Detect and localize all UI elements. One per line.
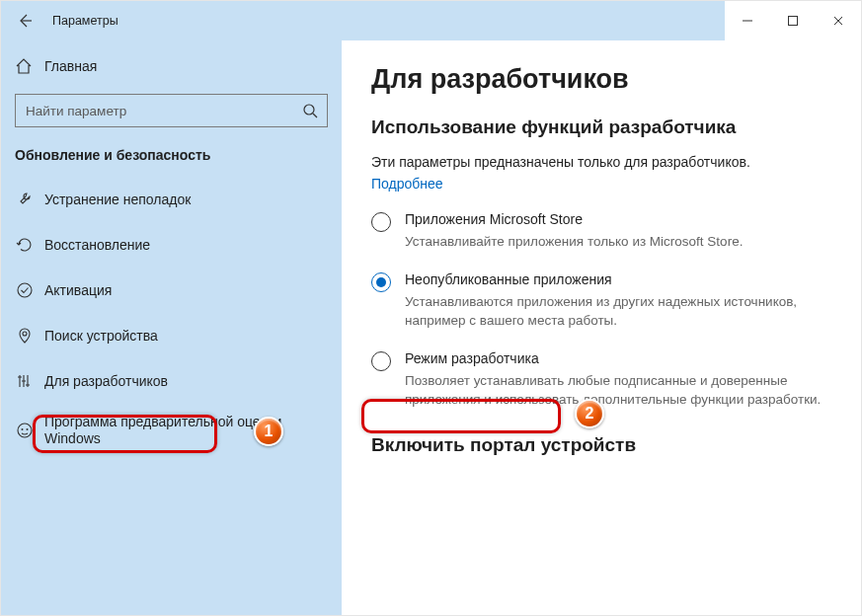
insider-icon xyxy=(15,421,35,440)
sidebar-home[interactable]: Главная xyxy=(1,44,342,88)
sidebar: Главная Обновление и безопасность Устран… xyxy=(1,40,342,616)
arrow-left-icon xyxy=(17,13,33,29)
maximize-button[interactable] xyxy=(770,1,816,40)
svg-point-4 xyxy=(18,424,32,437)
intro-text: Эти параметры предназначены только для р… xyxy=(371,154,831,170)
check-circle-icon xyxy=(15,280,35,300)
minimize-button[interactable] xyxy=(725,1,770,40)
svg-point-6 xyxy=(27,428,29,430)
close-icon xyxy=(832,15,844,27)
recovery-icon xyxy=(15,235,35,255)
radio-label: Приложения Microsoft Store xyxy=(405,211,743,227)
close-button[interactable] xyxy=(816,1,861,40)
minimize-icon xyxy=(742,15,753,27)
section-title: Использование функций разработчика xyxy=(371,116,831,138)
sidebar-item-label: Поиск устройства xyxy=(44,328,158,344)
sidebar-item-label: Для разработчиков xyxy=(44,373,168,389)
search-box[interactable] xyxy=(15,94,328,127)
wrench-icon xyxy=(15,190,35,209)
radio-sideload-apps[interactable]: Неопубликованные приложения Устанавливаю… xyxy=(371,271,831,331)
sidebar-item-insider[interactable]: Программа предварительной оценки Windows xyxy=(1,404,342,457)
svg-point-1 xyxy=(304,105,314,115)
sidebar-item-label: Активация xyxy=(44,282,112,298)
window-title: Параметры xyxy=(48,14,118,28)
sidebar-category: Обновление и безопасность xyxy=(1,137,342,177)
sidebar-nav: Устранение неполадок Восстановление Акти… xyxy=(1,177,342,457)
sidebar-item-troubleshoot[interactable]: Устранение неполадок xyxy=(1,177,342,222)
home-icon xyxy=(15,57,33,75)
sidebar-item-developers[interactable]: Для разработчиков xyxy=(1,358,342,404)
sidebar-item-find-device[interactable]: Поиск устройства xyxy=(1,313,342,358)
learn-more-link[interactable]: Подробнее xyxy=(371,176,443,192)
back-button[interactable] xyxy=(1,1,48,40)
sidebar-item-recovery[interactable]: Восстановление xyxy=(1,222,342,268)
radio-label: Неопубликованные приложения xyxy=(405,271,831,287)
search-icon xyxy=(302,103,318,118)
radio-group: Приложения Microsoft Store Устанавливайт… xyxy=(371,211,831,409)
sidebar-item-activation[interactable]: Активация xyxy=(1,268,342,313)
sidebar-item-label: Устранение неполадок xyxy=(44,192,191,207)
radio-icon xyxy=(371,212,391,232)
radio-label: Режим разработчика xyxy=(405,350,831,366)
content-pane: Для разработчиков Использование функций … xyxy=(342,40,861,616)
radio-icon xyxy=(371,351,391,371)
titlebar: Параметры xyxy=(1,1,861,40)
section-title-2: Включить портал устройств xyxy=(371,434,831,456)
svg-rect-0 xyxy=(789,17,798,26)
radio-desc: Позволяет устанавливать любые подписанны… xyxy=(405,372,831,410)
radio-store-apps[interactable]: Приложения Microsoft Store Устанавливайт… xyxy=(371,211,831,252)
radio-desc: Устанавливайте приложения только из Micr… xyxy=(405,233,743,252)
sidebar-item-label: Программа предварительной оценки Windows xyxy=(44,414,342,448)
sidebar-home-label: Главная xyxy=(44,58,97,74)
developer-icon xyxy=(15,371,35,391)
location-icon xyxy=(15,326,35,346)
svg-point-3 xyxy=(23,332,27,336)
sidebar-item-label: Восстановление xyxy=(44,237,150,253)
page-title: Для разработчиков xyxy=(371,64,831,95)
radio-desc: Устанавливаются приложения из других над… xyxy=(405,293,831,331)
maximize-icon xyxy=(787,15,799,27)
radio-icon xyxy=(371,272,391,292)
svg-point-2 xyxy=(18,283,32,297)
svg-point-5 xyxy=(22,428,24,430)
search-input[interactable] xyxy=(15,94,328,127)
radio-developer-mode[interactable]: Режим разработчика Позволяет устанавлива… xyxy=(371,350,831,410)
